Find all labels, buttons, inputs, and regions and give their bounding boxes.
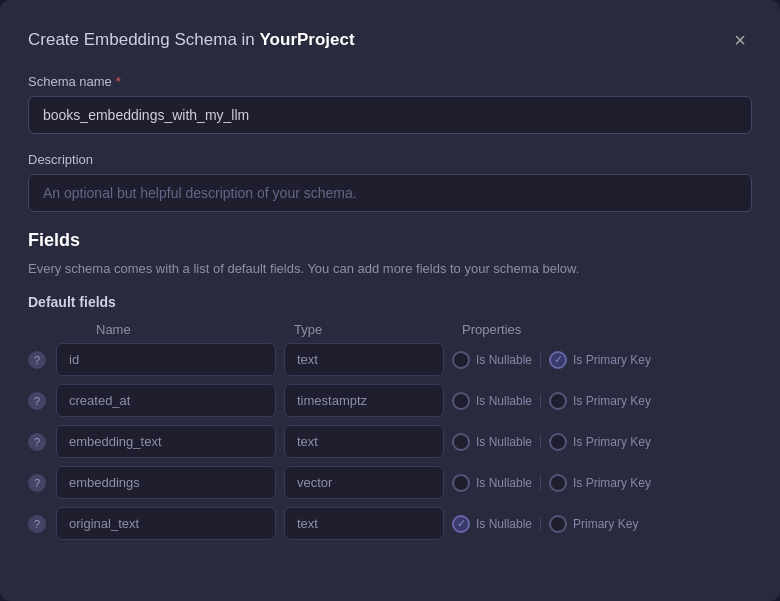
primary-key-checkbox-1[interactable] bbox=[549, 392, 567, 410]
close-button[interactable]: × bbox=[728, 28, 752, 52]
nullable-label-4: Is Nullable bbox=[476, 517, 532, 531]
props-divider-0 bbox=[540, 353, 541, 367]
table-row: ? original_text text Is Nullable Primary… bbox=[28, 507, 752, 540]
type-field-0: text bbox=[284, 343, 444, 376]
props-cell-0: Is Nullable Is Primary Key bbox=[452, 351, 752, 369]
type-cell-2: text bbox=[284, 425, 444, 458]
nullable-label-0: Is Nullable bbox=[476, 353, 532, 367]
default-fields-label: Default fields bbox=[28, 294, 752, 310]
nullable-label-3: Is Nullable bbox=[476, 476, 532, 490]
nullable-checkbox-2[interactable] bbox=[452, 433, 470, 451]
nullable-group-3: Is Nullable bbox=[452, 474, 532, 492]
type-cell-1: timestamptz bbox=[284, 384, 444, 417]
description-label: Description bbox=[28, 152, 752, 167]
props-divider-3 bbox=[540, 476, 541, 490]
schema-name-label: Schema name * bbox=[28, 74, 752, 89]
fields-section-title: Fields bbox=[28, 230, 752, 251]
props-divider-1 bbox=[540, 394, 541, 408]
props-cell-1: Is Nullable Is Primary Key bbox=[452, 392, 752, 410]
nullable-label-2: Is Nullable bbox=[476, 435, 532, 449]
help-icon-4[interactable]: ? bbox=[28, 515, 46, 533]
type-field-4: text bbox=[284, 507, 444, 540]
name-field-4: original_text bbox=[56, 507, 276, 540]
table-header: Name Type Properties bbox=[28, 322, 752, 343]
table-row: ? id text Is Nullable Is Primary Key bbox=[28, 343, 752, 376]
nullable-group-4: Is Nullable bbox=[452, 515, 532, 533]
help-icon-3[interactable]: ? bbox=[28, 474, 46, 492]
name-field-0: id bbox=[56, 343, 276, 376]
description-input[interactable] bbox=[28, 174, 752, 212]
type-cell-3: vector bbox=[284, 466, 444, 499]
type-field-2: text bbox=[284, 425, 444, 458]
nullable-label-1: Is Nullable bbox=[476, 394, 532, 408]
type-cell-0: text bbox=[284, 343, 444, 376]
name-field-3: embeddings bbox=[56, 466, 276, 499]
fields-section-description: Every schema comes with a list of defaul… bbox=[28, 261, 752, 276]
name-cell-3: embeddings bbox=[56, 466, 276, 499]
table-row: ? embedding_text text Is Nullable Is Pri… bbox=[28, 425, 752, 458]
primary-key-label-4: Primary Key bbox=[573, 517, 638, 531]
primary-key-label-1: Is Primary Key bbox=[573, 394, 651, 408]
table-row: ? embeddings vector Is Nullable Is Prima… bbox=[28, 466, 752, 499]
props-cell-4: Is Nullable Primary Key bbox=[452, 515, 752, 533]
col-header-properties: Properties bbox=[452, 322, 752, 337]
primary-key-label-2: Is Primary Key bbox=[573, 435, 651, 449]
table-row: ? created_at timestamptz Is Nullable Is … bbox=[28, 384, 752, 417]
name-field-1: created_at bbox=[56, 384, 276, 417]
required-indicator: * bbox=[116, 74, 121, 89]
primary-key-group-1: Is Primary Key bbox=[549, 392, 651, 410]
name-cell-4: original_text bbox=[56, 507, 276, 540]
type-field-1: timestamptz bbox=[284, 384, 444, 417]
name-field-2: embedding_text bbox=[56, 425, 276, 458]
primary-key-group-2: Is Primary Key bbox=[549, 433, 651, 451]
props-cell-2: Is Nullable Is Primary Key bbox=[452, 433, 752, 451]
primary-key-checkbox-3[interactable] bbox=[549, 474, 567, 492]
props-divider-2 bbox=[540, 435, 541, 449]
props-cell-3: Is Nullable Is Primary Key bbox=[452, 474, 752, 492]
schema-name-field-group: Schema name * bbox=[28, 74, 752, 134]
col-header-type: Type bbox=[284, 322, 444, 337]
props-divider-4 bbox=[540, 517, 541, 531]
modal-title: Create Embedding Schema in YourProject bbox=[28, 30, 355, 50]
primary-key-group-4: Primary Key bbox=[549, 515, 638, 533]
primary-key-group-3: Is Primary Key bbox=[549, 474, 651, 492]
modal-header: Create Embedding Schema in YourProject × bbox=[28, 28, 752, 52]
description-field-group: Description bbox=[28, 152, 752, 212]
primary-key-group-0: Is Primary Key bbox=[549, 351, 651, 369]
schema-name-input[interactable] bbox=[28, 96, 752, 134]
primary-key-checkbox-2[interactable] bbox=[549, 433, 567, 451]
nullable-checkbox-4[interactable] bbox=[452, 515, 470, 533]
nullable-checkbox-3[interactable] bbox=[452, 474, 470, 492]
type-cell-4: text bbox=[284, 507, 444, 540]
name-cell-1: created_at bbox=[56, 384, 276, 417]
help-icon-2[interactable]: ? bbox=[28, 433, 46, 451]
col-header-name: Name bbox=[56, 322, 276, 337]
nullable-checkbox-0[interactable] bbox=[452, 351, 470, 369]
nullable-checkbox-1[interactable] bbox=[452, 392, 470, 410]
primary-key-label-3: Is Primary Key bbox=[573, 476, 651, 490]
help-icon-0[interactable]: ? bbox=[28, 351, 46, 369]
help-icon-1[interactable]: ? bbox=[28, 392, 46, 410]
nullable-group-0: Is Nullable bbox=[452, 351, 532, 369]
primary-key-label-0: Is Primary Key bbox=[573, 353, 651, 367]
primary-key-checkbox-4[interactable] bbox=[549, 515, 567, 533]
name-cell-0: id bbox=[56, 343, 276, 376]
create-embedding-schema-modal: Create Embedding Schema in YourProject ×… bbox=[0, 0, 780, 601]
name-cell-2: embedding_text bbox=[56, 425, 276, 458]
nullable-group-1: Is Nullable bbox=[452, 392, 532, 410]
nullable-group-2: Is Nullable bbox=[452, 433, 532, 451]
type-field-3: vector bbox=[284, 466, 444, 499]
primary-key-checkbox-0[interactable] bbox=[549, 351, 567, 369]
table-body: ? id text Is Nullable Is Primary Key ? c… bbox=[28, 343, 752, 540]
